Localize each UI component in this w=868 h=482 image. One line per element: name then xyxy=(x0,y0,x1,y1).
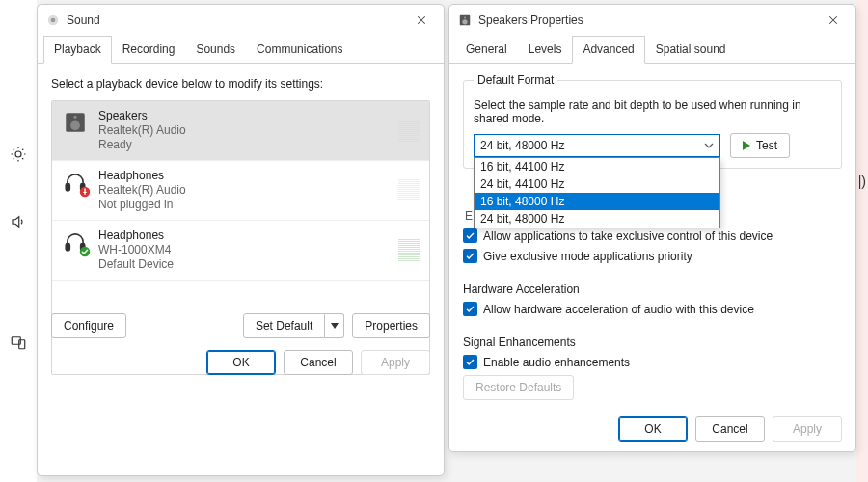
exclusive-control-row: Allow applications to take exclusive con… xyxy=(463,228,842,243)
format-option[interactable]: 24 bit, 44100 Hz xyxy=(475,175,719,193)
sound-window: Sound Playback Recording Sounds Communic… xyxy=(37,4,445,476)
format-option[interactable]: 16 bit, 48000 Hz xyxy=(475,193,719,210)
exclusive-priority-label: Give exclusive mode applications priorit… xyxy=(483,250,692,263)
configure-button[interactable]: Configure xyxy=(51,313,126,338)
play-icon xyxy=(743,141,750,150)
hwaccel-group-label: Hardware Acceleration xyxy=(463,282,842,296)
close-icon[interactable] xyxy=(407,6,436,35)
enhancements-checkbox[interactable] xyxy=(463,355,477,369)
enhancements-row: Enable audio enhancements xyxy=(463,355,842,369)
level-meter xyxy=(398,169,420,212)
hwaccel-checkbox[interactable] xyxy=(463,302,477,316)
svg-point-7 xyxy=(73,116,76,119)
device-subtitle: Realtek(R) Audio xyxy=(98,123,389,138)
properties-button[interactable]: Properties xyxy=(352,313,430,338)
device-headphones-default[interactable]: Headphones WH-1000XM4 Default Device xyxy=(52,221,429,281)
format-selected-value: 24 bit, 48000 Hz xyxy=(480,139,564,152)
device-name: Speakers xyxy=(98,109,389,123)
apply-button: Apply xyxy=(361,350,430,375)
sound-pane: Select a playback device below to modify… xyxy=(38,64,444,385)
test-button-label: Test xyxy=(756,139,777,152)
brightness-icon[interactable] xyxy=(9,145,28,164)
tab-recording[interactable]: Recording xyxy=(112,36,186,64)
exclusive-priority-checkbox[interactable] xyxy=(463,249,477,263)
sound-titlebar: Sound xyxy=(38,5,444,36)
svg-point-6 xyxy=(70,120,80,130)
background-glyph: |) xyxy=(858,174,866,189)
svg-point-4 xyxy=(51,18,56,23)
tab-communications[interactable]: Communications xyxy=(246,36,353,64)
ok-button[interactable]: OK xyxy=(618,416,688,442)
sound-window-icon xyxy=(45,13,61,28)
props-titlebar: Speakers Properties xyxy=(449,5,855,36)
cancel-button[interactable]: Cancel xyxy=(284,350,353,375)
cancel-button[interactable]: Cancel xyxy=(695,416,765,442)
set-default-caret[interactable] xyxy=(325,313,344,338)
svg-point-0 xyxy=(15,151,21,157)
sound-bottom-row: Configure Set Default Properties xyxy=(51,313,430,338)
devices-icon[interactable] xyxy=(9,333,28,352)
device-state: Default Device xyxy=(98,257,389,272)
restore-defaults-button[interactable]: Restore Defaults xyxy=(463,375,574,400)
device-subtitle: WH-1000XM4 xyxy=(98,243,389,257)
exclusive-control-checkbox[interactable] xyxy=(463,228,477,243)
device-speakers[interactable]: Speakers Realtek(R) Audio Ready xyxy=(52,101,429,161)
tab-spatial-sound[interactable]: Spatial sound xyxy=(645,36,737,64)
device-subtitle: Realtek(R) Audio xyxy=(98,183,389,198)
svg-rect-11 xyxy=(66,244,69,251)
test-button[interactable]: Test xyxy=(730,133,790,158)
taskbar-sidebar xyxy=(0,0,37,482)
background-right-strip xyxy=(856,0,868,482)
volume-icon[interactable] xyxy=(9,212,28,231)
format-combobox[interactable]: 24 bit, 48000 Hz 16 bit, 44100 Hz 24 bit… xyxy=(474,134,720,157)
enhancements-label: Enable audio enhancements xyxy=(483,356,630,369)
sound-tabs: Playback Recording Sounds Communications xyxy=(38,36,444,64)
enhancements-group-label: Signal Enhancements xyxy=(463,335,842,349)
format-dropdown: 16 bit, 44100 Hz 24 bit, 44100 Hz 16 bit… xyxy=(474,157,720,228)
default-format-desc: Select the sample rate and bit depth to … xyxy=(474,98,831,125)
tab-levels[interactable]: Levels xyxy=(518,36,573,64)
default-format-group: Default Format Select the sample rate an… xyxy=(463,73,842,169)
device-headphones-unplugged[interactable]: Headphones Realtek(R) Audio Not plugged … xyxy=(52,161,429,221)
playback-instruction: Select a playback device below to modify… xyxy=(51,77,430,91)
props-tabs: General Levels Advanced Spatial sound xyxy=(449,36,855,64)
level-meter xyxy=(398,109,420,152)
format-option[interactable]: 24 bit, 48000 Hz xyxy=(475,210,719,228)
hwaccel-row: Allow hardware acceleration of audio wit… xyxy=(463,302,842,316)
props-pane: Default Format Select the sample rate an… xyxy=(449,64,855,451)
set-default-button[interactable]: Set Default xyxy=(243,313,325,338)
tab-general[interactable]: General xyxy=(455,36,518,64)
unplugged-badge-icon xyxy=(79,186,91,198)
svg-point-16 xyxy=(464,17,466,19)
chevron-down-icon xyxy=(704,141,714,151)
level-meter xyxy=(398,228,420,272)
props-window-title: Speakers Properties xyxy=(478,13,819,27)
ok-button[interactable]: OK xyxy=(206,350,276,375)
tab-advanced[interactable]: Advanced xyxy=(572,36,644,64)
default-format-label: Default Format xyxy=(474,73,557,87)
default-badge-icon xyxy=(79,246,91,257)
headphones-icon xyxy=(62,169,89,196)
svg-point-15 xyxy=(462,19,467,24)
close-icon[interactable] xyxy=(819,6,848,35)
device-name: Headphones xyxy=(98,228,389,243)
props-window-icon xyxy=(457,13,473,28)
svg-rect-8 xyxy=(66,184,69,191)
device-name: Headphones xyxy=(98,169,389,183)
hwaccel-label: Allow hardware acceleration of audio wit… xyxy=(483,303,754,316)
speakers-properties-window: Speakers Properties General Levels Advan… xyxy=(448,4,856,452)
format-option[interactable]: 16 bit, 44100 Hz xyxy=(475,158,719,175)
exclusive-control-label: Allow applications to take exclusive con… xyxy=(483,229,773,243)
device-state: Not plugged in xyxy=(98,198,389,212)
tab-sounds[interactable]: Sounds xyxy=(185,36,246,64)
props-dialog-buttons: OK Cancel Apply xyxy=(618,416,842,442)
set-default-split-button: Set Default xyxy=(243,313,344,338)
sound-dialog-buttons: OK Cancel Apply xyxy=(206,350,430,375)
exclusive-priority-row: Give exclusive mode applications priorit… xyxy=(463,249,842,263)
device-state: Ready xyxy=(98,138,389,152)
apply-button: Apply xyxy=(773,416,842,442)
headphones-icon xyxy=(62,228,89,255)
tab-playback[interactable]: Playback xyxy=(43,36,112,64)
speaker-icon xyxy=(62,109,89,136)
sound-window-title: Sound xyxy=(67,13,407,27)
